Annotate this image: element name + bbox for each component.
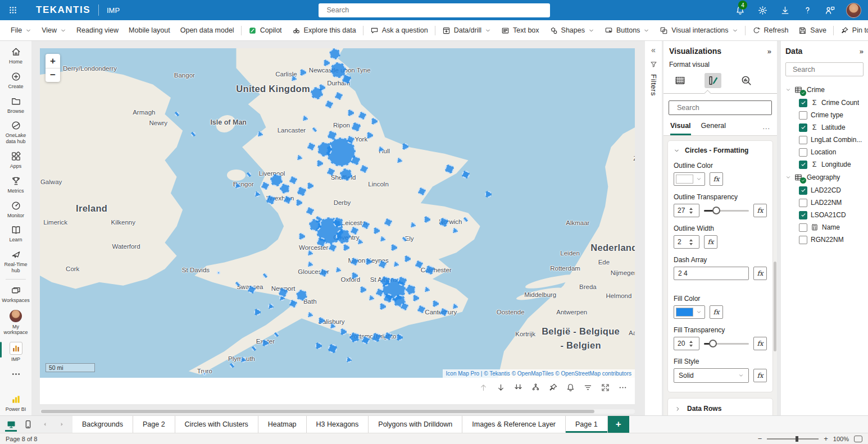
- circles-formatting-header[interactable]: Circles - Formatting: [674, 147, 767, 154]
- page-tab-h3-hexagons[interactable]: H3 Hexagons: [307, 416, 369, 433]
- map-data-circle[interactable]: [376, 289, 384, 296]
- map-data-circle[interactable]: [289, 300, 297, 308]
- sidebar-item-apps[interactable]: Apps: [0, 148, 31, 172]
- sidebar-item-browse[interactable]: Browse: [0, 93, 31, 117]
- fill-transparency-slider[interactable]: [704, 337, 749, 350]
- map-data-circle[interactable]: [262, 340, 269, 346]
- map-data-circle[interactable]: [274, 332, 279, 337]
- map-data-circle[interactable]: [297, 155, 302, 161]
- map-data-circle[interactable]: [410, 222, 416, 228]
- menu-mobile-layout[interactable]: Mobile layout: [124, 20, 175, 40]
- map-data-circle[interactable]: [263, 273, 267, 278]
- map-data-circle[interactable]: [317, 142, 332, 157]
- filter-funnel-icon[interactable]: [649, 60, 658, 68]
- map-data-circle[interactable]: [279, 288, 288, 297]
- next-page-button[interactable]: [53, 416, 70, 433]
- zoom-out-button[interactable]: −: [46, 68, 60, 82]
- map-data-circle[interactable]: [346, 357, 352, 363]
- sidebar-item-onelake-data-hub[interactable]: OneLake data hub: [0, 117, 31, 148]
- map-data-circle[interactable]: [347, 136, 355, 144]
- field-longitude[interactable]: ΣLongitude: [785, 158, 864, 171]
- map-data-circle[interactable]: [335, 267, 341, 273]
- map-data-circle[interactable]: [404, 255, 411, 262]
- map-data-circle[interactable]: [307, 182, 313, 189]
- map-data-circle[interactable]: [390, 244, 397, 251]
- sidebar-item-metrics[interactable]: Metrics: [0, 172, 31, 197]
- outline-width-fx-button[interactable]: fx: [704, 235, 717, 249]
- sidebar-item-imp[interactable]: IMP: [0, 338, 31, 365]
- format-search-input[interactable]: [677, 104, 767, 112]
- field-lsoa21cd[interactable]: LSOA21CD: [785, 209, 864, 221]
- map-data-circle[interactable]: [379, 303, 386, 310]
- fill-style-dropdown[interactable]: Solid: [674, 368, 749, 383]
- canvas-horizontal-scrollbar[interactable]: [40, 409, 635, 414]
- map-data-circle[interactable]: [462, 171, 470, 178]
- field-checkbox[interactable]: [799, 236, 807, 244]
- sidebar-item-more[interactable]: [0, 365, 31, 382]
- settings-button[interactable]: [753, 1, 772, 19]
- alert-button[interactable]: [563, 381, 577, 394]
- add-page-button[interactable]: +: [608, 416, 629, 433]
- fill-color-fx-button[interactable]: fx: [710, 305, 723, 319]
- outline-width-stepper[interactable]: [674, 235, 699, 249]
- field-checkbox[interactable]: [799, 186, 807, 195]
- menu-explore-this-data[interactable]: Explore this data: [287, 20, 361, 40]
- canvas-zoom-slider[interactable]: [767, 436, 819, 442]
- page-tab-page-1[interactable]: Page 1: [566, 416, 608, 433]
- field-checkbox[interactable]: [799, 211, 807, 219]
- map-data-circle[interactable]: [217, 271, 220, 274]
- global-search-input[interactable]: [327, 6, 546, 14]
- outline-width-input[interactable]: [674, 238, 689, 246]
- field-checkbox[interactable]: [799, 223, 807, 232]
- map-data-circle[interactable]: [401, 303, 408, 310]
- outline-transparency-fx-button[interactable]: fx: [753, 204, 767, 217]
- step-up-icon[interactable]: [689, 239, 693, 241]
- fit-to-page-icon[interactable]: [854, 436, 862, 442]
- sidebar-item-workspaces[interactable]: Workspaces: [0, 282, 31, 306]
- tab-general[interactable]: General: [701, 122, 726, 135]
- build-visual-tab[interactable]: [671, 73, 688, 88]
- map-data-circle[interactable]: [352, 122, 361, 131]
- data-search-input[interactable]: [793, 66, 860, 74]
- page-tab-heatmap[interactable]: Heatmap: [258, 416, 307, 433]
- map-data-circle[interactable]: [298, 233, 305, 240]
- map-data-circle[interactable]: [406, 285, 416, 295]
- filter-button[interactable]: [581, 381, 594, 394]
- map-data-circle[interactable]: [424, 216, 430, 223]
- tab-visual[interactable]: Visual: [670, 122, 691, 135]
- sidebar-item-real-time-hub[interactable]: Real-Time hub: [0, 246, 31, 277]
- fill-transparency-input[interactable]: [674, 340, 689, 347]
- map-data-circle[interactable]: [291, 76, 297, 81]
- sidebar-item-learn[interactable]: Learn: [0, 221, 31, 246]
- map-data-circle[interactable]: [373, 227, 380, 234]
- menu-view[interactable]: View: [37, 20, 71, 40]
- field-latitude[interactable]: ΣLatitude: [785, 121, 864, 134]
- map-visual[interactable]: United KingdomIrelandNederlandBelgië - B…: [40, 48, 635, 378]
- map-data-circle[interactable]: [349, 332, 360, 342]
- double-arrow-down-button[interactable]: [511, 381, 525, 394]
- outline-transparency-input[interactable]: [674, 207, 689, 214]
- map-data-circle[interactable]: [329, 48, 340, 59]
- map-data-circle[interactable]: [340, 168, 352, 181]
- field-checkbox[interactable]: [799, 148, 807, 157]
- menu-buttons[interactable]: Buttons: [599, 20, 655, 40]
- map-data-circle[interactable]: [343, 244, 349, 251]
- map-data-circle[interactable]: [268, 304, 274, 309]
- outline-transparency-slider[interactable]: [704, 204, 749, 217]
- map-data-circle[interactable]: [296, 290, 307, 301]
- sidebar-item-monitor[interactable]: Monitor: [0, 197, 31, 222]
- menu-pin-to-a-dashboard[interactable]: Pin to a dashboard: [835, 20, 868, 40]
- map-data-circle[interactable]: [328, 131, 337, 140]
- map-data-circle[interactable]: [318, 317, 325, 324]
- map-data-circle[interactable]: [485, 191, 492, 198]
- map-data-circle[interactable]: [284, 196, 292, 204]
- map-data-circle[interactable]: [325, 100, 333, 108]
- fill-transparency-stepper[interactable]: [674, 337, 699, 350]
- format-search[interactable]: [669, 100, 772, 115]
- field-checkbox[interactable]: [799, 161, 807, 169]
- menu-copilot[interactable]: Copilot: [243, 20, 287, 40]
- map-data-circle[interactable]: [307, 143, 315, 150]
- fill-transparency-fx-button[interactable]: fx: [753, 337, 767, 350]
- map-data-circle[interactable]: [261, 182, 269, 190]
- map-data-circle[interactable]: [235, 282, 240, 286]
